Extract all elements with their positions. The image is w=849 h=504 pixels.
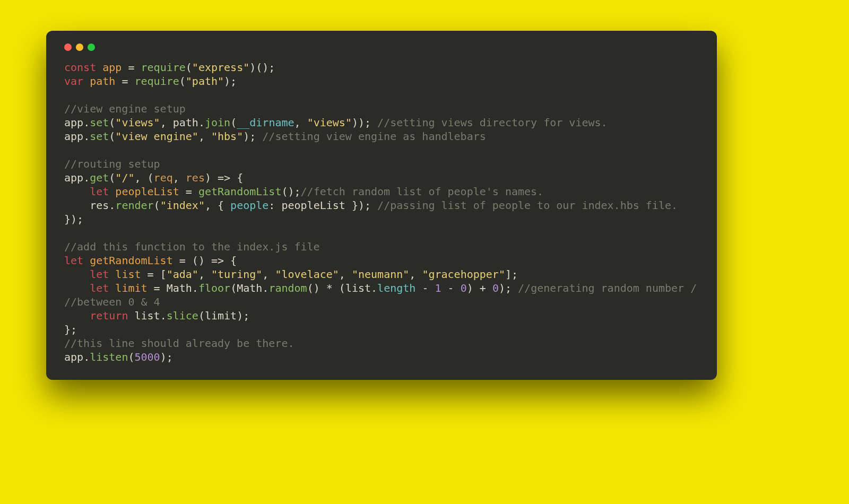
paren-close: );	[160, 351, 173, 363]
prop-length: length	[377, 282, 415, 294]
code-line: let getRandomList = () => {	[64, 254, 237, 267]
paren-open: (	[109, 130, 115, 143]
indent	[64, 199, 90, 212]
identifier-app: app	[64, 351, 83, 363]
identifier-Math: Math	[167, 282, 192, 294]
paren-close: ));	[352, 116, 377, 129]
paren-close: )();	[249, 61, 275, 74]
comment: //between 0 & 4	[64, 296, 160, 308]
paren-open: (	[186, 61, 192, 74]
prop-people: people	[230, 199, 268, 212]
close-icon[interactable]	[64, 44, 72, 51]
dot: .	[83, 116, 90, 129]
identifier-app: app	[102, 61, 122, 74]
code-line: };	[64, 323, 77, 336]
minimize-icon[interactable]	[76, 44, 83, 51]
op-minus: -	[415, 282, 435, 294]
comma-brace: , {	[205, 199, 230, 212]
colon: :	[268, 199, 281, 212]
window-traffic-lights	[64, 42, 699, 60]
string-view-engine: "view engine"	[115, 130, 198, 143]
code-line: let limit = Math.floor(Math.random() * (…	[64, 282, 697, 294]
number-0: 0	[461, 282, 467, 294]
string-lovelace: "lovelace"	[275, 268, 339, 281]
identifier-app: app	[64, 130, 83, 143]
paren-open: (	[198, 309, 205, 322]
identifier-peopleList: peopleList	[115, 185, 179, 198]
param-req: req	[154, 171, 173, 184]
comment: //add this function to the index.js file	[64, 240, 320, 253]
dot: .	[109, 199, 115, 212]
paren-close: );	[224, 75, 237, 88]
block-close: });	[64, 213, 83, 225]
paren-open: (	[109, 116, 115, 129]
string-express: "express"	[192, 61, 249, 74]
code-line: const app = require("express")();	[64, 61, 275, 74]
comma: ,	[294, 116, 307, 129]
comma: ,	[409, 268, 422, 281]
identifier-path: path	[173, 116, 198, 129]
comma: ,	[262, 268, 275, 281]
dot: .	[160, 309, 167, 322]
comment: //setting views directory for views.	[377, 116, 607, 129]
identifier-list: list	[134, 309, 160, 322]
comment: //this line should already be there.	[64, 337, 294, 350]
fn-render: render	[115, 199, 153, 212]
punct-eq: =	[179, 185, 198, 198]
punct-eq: =	[115, 75, 134, 88]
comma: ,	[198, 268, 211, 281]
code-line: let peopleList = getRandomList();//fetch…	[64, 185, 543, 198]
zoom-icon[interactable]	[88, 44, 95, 51]
fn-listen: listen	[90, 351, 128, 363]
code-line: var path = require("path");	[64, 75, 237, 88]
number-5000: 5000	[134, 351, 160, 363]
paren-open: (	[109, 171, 115, 184]
arrow-brace: ) => {	[205, 171, 243, 184]
fn-set: set	[90, 130, 109, 143]
string-index: "index"	[160, 199, 205, 212]
string-turing: "turing"	[211, 268, 262, 281]
paren-close: );	[243, 130, 262, 143]
string-gracehopper: "gracehopper"	[422, 268, 505, 281]
code-line: //routing setup	[64, 158, 160, 170]
string-route: "/"	[115, 171, 134, 184]
block-close: };	[64, 323, 77, 336]
keyword-return: return	[90, 309, 128, 322]
code-line: //this line should already be there.	[64, 337, 294, 350]
identifier-limit: limit	[115, 282, 147, 294]
fn-getRandomList: getRandomList	[198, 185, 282, 198]
code-line: });	[64, 213, 83, 225]
eq-bracket: = [	[141, 268, 167, 281]
fn-join: join	[205, 116, 230, 129]
comment: //routing setup	[64, 158, 160, 170]
comma: ,	[173, 171, 186, 184]
fn-random: random	[268, 282, 307, 294]
code-window: const app = require("express")(); var pa…	[46, 31, 717, 380]
string-hbs: "hbs"	[211, 130, 243, 143]
paren-close: );	[237, 309, 249, 322]
punct-eq: =	[122, 61, 141, 74]
identifier-peopleList: peopleList	[281, 199, 345, 212]
fn-floor: floor	[198, 282, 230, 294]
identifier-app: app	[64, 171, 83, 184]
dot: .	[83, 171, 90, 184]
fn-require: require	[134, 75, 179, 88]
code-line: //add this function to the index.js file	[64, 240, 320, 253]
identifier-getRandomList: getRandomList	[90, 254, 173, 267]
code-line: //view engine setup	[64, 102, 186, 115]
identifier-path: path	[90, 75, 115, 88]
paren-open: (	[154, 199, 160, 212]
arrow-brace: = () => {	[173, 254, 237, 267]
comma: ,	[339, 268, 352, 281]
dot: .	[192, 282, 198, 294]
code-line: let list = ["ada", "turing", "lovelace",…	[64, 268, 518, 281]
fn-require: require	[141, 61, 186, 74]
code-block[interactable]: const app = require("express")(); var pa…	[64, 60, 699, 364]
comment: //passing list of people to our index.hb…	[377, 199, 678, 212]
comment: //fetch random list of people's names.	[301, 185, 544, 198]
comma: ,	[160, 116, 173, 129]
comment: //view engine setup	[64, 102, 186, 115]
comment: //setting view engine as handlebars	[262, 130, 486, 143]
indent	[64, 309, 90, 322]
paren-plus: ) +	[467, 282, 492, 294]
